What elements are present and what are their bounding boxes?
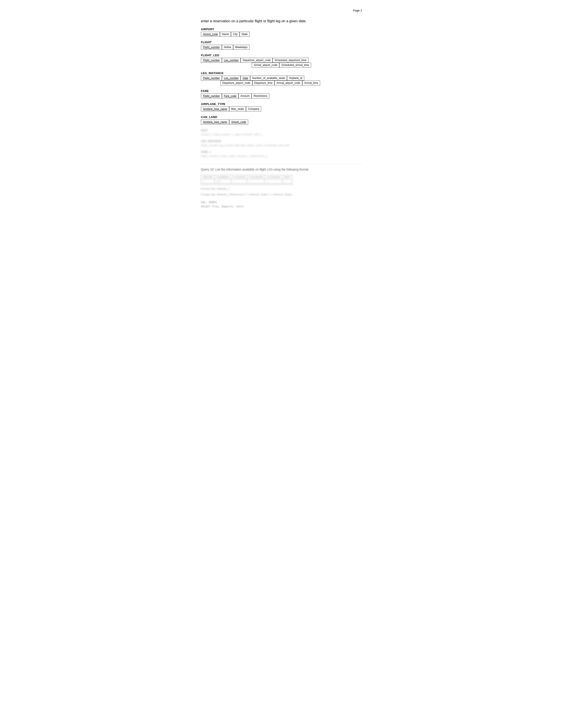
leg-instance-row-1: Flight_number Leg_number Date Number_of_… [201, 76, 362, 81]
page-number: Page 2 [201, 9, 362, 12]
flight-leg-cell-fnumber: Flight_number [201, 58, 222, 63]
blurred-fare: FARE_1 Flight_number_1 Fare_code_1 Amoun… [201, 150, 362, 164]
flight-row-1: Flight_number Airline Weekdays [201, 45, 362, 50]
final-block: SQL: QUERY SELECT Flno, Departs, <etc> [201, 200, 362, 209]
airport-table: Airport_code Name City State [201, 32, 362, 37]
cl-cell-airport-code: Airport_code [229, 120, 248, 124]
blurred-table: AIRLINE F.NUMBER F.LEGNUM F.LEG2NUM F.LE… [201, 175, 362, 185]
blurred-th-legnum: F.LEGNUM [231, 175, 247, 179]
flight-leg-table: Flight_number Leg_number Departure_airpo… [201, 58, 362, 68]
flight-cell-number: Flight_number [201, 45, 222, 50]
blurred-td-3: — [231, 179, 247, 184]
li-cell-arr-time: Arrival_time [302, 81, 320, 85]
at-cell-company: Company [246, 107, 261, 111]
blurred-th-airline: AIRLINE [201, 175, 214, 179]
blurred-th-leg2num: F.LEG2NUM [247, 175, 264, 179]
flight-leg-cell-dep-code: Departure_airport_code [241, 58, 273, 63]
leg-instance-schema: LEG_INSTANCE Flight_number Leg_number Da… [201, 71, 362, 85]
flight-leg-schema: FLIGHT_LEG Flight_number Leg_number Depa… [201, 54, 362, 68]
fare-table: Flight_number Fare_code Amount Restricti… [201, 94, 362, 98]
fare-cell-fnumber: Flight_number [201, 94, 222, 98]
airport-title: AIRPORT [201, 28, 362, 31]
can-land-row-1: Airplane_type_name Airport_code [201, 120, 362, 124]
flight-leg-cell-lnumber: Leg_number [222, 58, 241, 63]
airport-row-1: Airport_code Name City State [201, 32, 362, 37]
airport-cell-name: Name [220, 32, 231, 37]
blurred-seat: SEAT FLIGHT_1 Seat_number_1_code 1 FLIGH… [201, 129, 362, 137]
final-title: SQL: QUERY [201, 200, 362, 205]
blurred-td-7 [201, 184, 292, 185]
airport-cell-state: State [239, 32, 250, 37]
blurred-seat-text: FLIGHT_1 Seat_number_1_code 1 FLIGHT_LEG… [201, 133, 362, 137]
blurred-fare-text: Flight_number_1 Fare_code_1 Amount_1 Res… [201, 154, 362, 158]
leg-instance-row-2: Departure_airport_code Departure_time Ar… [220, 81, 362, 85]
flight-leg-cell-sched-arr: Scheduled_arrival_time [279, 63, 311, 68]
li-cell-airplane: Airplane_id [287, 76, 304, 81]
blurred-fare-title: FARE_1 [201, 150, 362, 154]
airplane-type-title: AIRPLANE_TYPE [201, 102, 362, 106]
at-cell-seats: Max_seats [229, 107, 246, 111]
li-cell-seats: Number_of_available_seats [250, 76, 287, 81]
flight-table: Flight_number Airline Weekdays [201, 45, 362, 50]
airport-schema: AIRPORT Airport_code Name City State [201, 28, 362, 37]
blurred-data-table: AIRLINE F.NUMBER F.LEGNUM F.LEG2NUM F.LE… [201, 175, 292, 185]
airport-cell-code: Airport_code [201, 32, 220, 37]
blurred-seat-title: SEAT [201, 129, 362, 132]
intro-text: enter a reservation on a particular flig… [201, 19, 362, 24]
fare-schema: FARE Flight_number Fare_code Amount Rest… [201, 89, 362, 98]
flight-leg-row-2: Arrival_airport_code Scheduled_arrival_t… [252, 63, 362, 68]
blurred-table-row-2 [201, 184, 292, 185]
li-cell-date: Date [241, 76, 250, 81]
flight-schema: FLIGHT Flight_number Airline Weekdays [201, 41, 362, 50]
airplane-type-table: Airplane_type_name Max_seats Company [201, 107, 362, 111]
blurred-table-row: — 110 — — — — [201, 179, 292, 184]
leg-instance-title: LEG_INSTANCE [201, 71, 362, 75]
blurred-td-4: — [247, 179, 264, 184]
flight-leg-cell-sched-dep: Scheduled_departure_time [273, 58, 309, 63]
blurred-table-header-row: AIRLINE F.NUMBER F.LEGNUM F.LEG2NUM F.LE… [201, 175, 292, 179]
can-land-schema: CAN_LAND Airplane_type_name Airport_code [201, 115, 362, 124]
can-land-title: CAN_LAND [201, 115, 362, 119]
final-code: SELECT Flno, Departs, <etc> [201, 205, 362, 209]
blurred-th-leg3num: F.LEG3NUM [264, 175, 282, 179]
leg-instance-table: Flight_number Leg_number Date Number_of_… [201, 76, 362, 85]
foreign-key-text: Foreign Key: Attribute_1 References 1 ->… [201, 193, 362, 197]
blurred-fare-line2 [201, 159, 362, 164]
blurred-td-1: — [201, 179, 214, 184]
blurred-leg-instance: LEG_INSTANCE Flight_number Leg_number Da… [201, 140, 362, 147]
li-cell-lnumber: Leg_number [222, 76, 241, 81]
flight-cell-airline: Airline [222, 45, 233, 50]
fare-cell-code: Fare_code [222, 94, 238, 98]
blurred-td-6: — [282, 179, 292, 184]
flight-cell-weekdays: Weekdays [233, 45, 249, 50]
flight-leg-row-1: Flight_number Leg_number Departure_airpo… [201, 58, 362, 63]
li-cell-fnumber: Flight_number [201, 76, 222, 81]
blurred-th-dept: DEPT [282, 175, 292, 179]
flight-leg-cell-arr-code: Arrival_airport_code [252, 63, 279, 68]
airport-cell-city: City [231, 32, 239, 37]
blurred-li-title: LEG_INSTANCE [201, 140, 362, 143]
li-cell-arr-code: Arrival_airport_code [274, 81, 302, 85]
primary-key-text: Primary Key: Attribute_1 [201, 187, 362, 191]
fare-title: FARE [201, 89, 362, 93]
airplane-type-row-1: Airplane_type_name Max_seats Company [201, 107, 362, 111]
blurred-li-text: Flight_number Leg_number Date Dep_airpor… [201, 143, 362, 147]
airplane-type-schema: AIRPLANE_TYPE Airplane_type_name Max_sea… [201, 102, 362, 111]
li-cell-dep-code: Departure_airport_code [220, 81, 252, 85]
li-cell-dep-time: Departure_time [252, 81, 274, 85]
fare-row-1: Flight_number Fare_code Amount Restricti… [201, 94, 362, 98]
blurred-td-2: 110 [214, 179, 231, 184]
blurred-th-fnumber: F.NUMBER [214, 175, 231, 179]
flight-title: FLIGHT [201, 41, 362, 44]
flight-leg-title: FLIGHT_LEG [201, 54, 362, 57]
blurred-area: SEAT FLIGHT_1 Seat_number_1_code 1 FLIGH… [201, 129, 362, 209]
fare-cell-restrictions: Restrictions [251, 94, 269, 98]
can-land-table: Airplane_type_name Airport_code [201, 120, 362, 124]
blurred-td-5: — [264, 179, 282, 184]
fare-cell-amount: Amount [238, 94, 251, 98]
cl-cell-type-name: Airplane_type_name [201, 120, 229, 124]
at-cell-name: Airplane_type_name [201, 107, 229, 111]
query-text: Query 10: List the information available… [201, 167, 362, 172]
